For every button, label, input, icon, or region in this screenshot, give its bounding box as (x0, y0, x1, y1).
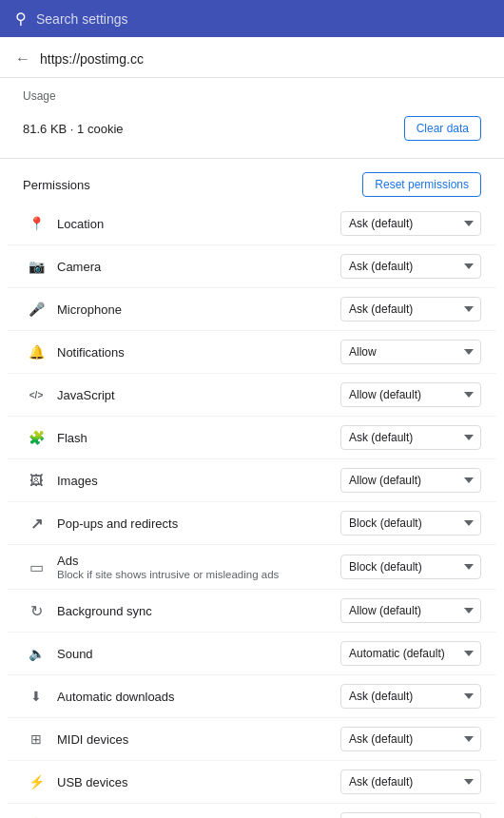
notifications-icon (23, 344, 49, 360)
divider (0, 77, 504, 78)
search-icon: ⚲ (15, 10, 27, 28)
bgsync-label: Background sync (57, 604, 340, 618)
plugin-select[interactable]: Ask (default)AllowBlock (340, 812, 481, 818)
javascript-label: JavaScript (57, 388, 340, 402)
camera-icon (23, 259, 49, 274)
ads-label: Ads (57, 554, 340, 568)
perm-row-javascript: JavaScriptAllow (default)Block (8, 374, 496, 417)
usage-info: 81.6 KB · 1 cookie (23, 122, 124, 136)
search-input[interactable] (36, 11, 489, 27)
location-label: Location (57, 217, 340, 231)
perm-row-popups: Pop-ups and redirectsAllowBlock (default… (8, 502, 496, 545)
midi-label: MIDI devices (57, 732, 340, 747)
site-url: https://postimg.cc (40, 51, 144, 67)
flash-select[interactable]: Ask (default)AllowBlock (340, 425, 481, 450)
location-icon (23, 216, 49, 231)
perm-row-camera: CameraAsk (default)AllowBlock (8, 245, 496, 288)
back-button[interactable]: ← (15, 50, 30, 68)
sound-select[interactable]: Automatic (default)AllowMute (340, 641, 481, 666)
perm-row-images: ImagesAllow (default)Block (8, 459, 496, 502)
nav-row: ← https://postimg.cc (0, 37, 504, 73)
flash-icon (23, 430, 49, 445)
permissions-title: Permissions (23, 178, 90, 192)
microphone-label: Microphone (57, 302, 340, 317)
usage-row: 81.6 KB · 1 cookie Clear data (23, 110, 481, 150)
microphone-icon (23, 302, 49, 317)
permissions-header: Permissions Reset permissions (0, 163, 504, 203)
perm-row-ads: AdsBlock if site shows intrusive or misl… (8, 545, 496, 590)
camera-select[interactable]: Ask (default)AllowBlock (340, 254, 481, 279)
ads-sublabel: Block if site shows intrusive or mislead… (57, 569, 340, 580)
sound-label: Sound (57, 647, 340, 661)
perm-row-bgsync: Background syncAllow (default)Block (8, 590, 496, 633)
notifications-select[interactable]: Ask (default)AllowBlock (340, 340, 481, 364)
usb-label: USB devices (57, 775, 340, 789)
midi-select[interactable]: Ask (default)AllowBlock (340, 727, 481, 751)
usage-title: Usage (23, 89, 481, 103)
usage-section: Usage 81.6 KB · 1 cookie Clear data (0, 82, 504, 154)
perm-row-plugin: Unsandboxed plugin accessAsk (default)Al… (8, 804, 496, 818)
ads-select[interactable]: AllowBlock (default) (340, 555, 481, 579)
location-select[interactable]: Ask (default)AllowBlock (340, 211, 481, 236)
notifications-label: Notifications (57, 345, 340, 360)
perm-row-location: LocationAsk (default)AllowBlock (8, 203, 496, 245)
downloads-label: Automatic downloads (57, 690, 340, 704)
divider2 (0, 158, 504, 159)
images-select[interactable]: Allow (default)Block (340, 468, 481, 493)
perm-row-midi: MIDI devicesAsk (default)AllowBlock (8, 718, 496, 761)
usb-select[interactable]: Ask (default)AllowBlock (340, 769, 481, 794)
bgsync-select[interactable]: Allow (default)Block (340, 598, 481, 623)
microphone-select[interactable]: Ask (default)AllowBlock (340, 297, 481, 321)
popups-icon (23, 515, 49, 533)
sound-icon (23, 646, 49, 661)
perm-row-sound: SoundAutomatic (default)AllowMute (8, 633, 496, 675)
usb-icon (23, 774, 49, 789)
reset-permissions-button[interactable]: Reset permissions (362, 172, 481, 197)
search-bar: ⚲ (0, 0, 504, 37)
perm-row-notifications: NotificationsAsk (default)AllowBlock (8, 331, 496, 374)
perm-row-microphone: MicrophoneAsk (default)AllowBlock (8, 288, 496, 331)
javascript-icon (23, 390, 49, 400)
bgsync-icon (23, 602, 49, 620)
flash-label: Flash (57, 431, 340, 445)
downloads-select[interactable]: Ask (default)AllowBlock (340, 684, 481, 709)
ads-icon (23, 558, 49, 576)
permissions-list: LocationAsk (default)AllowBlockCameraAsk… (0, 203, 504, 818)
camera-label: Camera (57, 260, 340, 274)
clear-data-button[interactable]: Clear data (404, 116, 481, 141)
popups-select[interactable]: AllowBlock (default) (340, 511, 481, 536)
javascript-select[interactable]: Allow (default)Block (340, 382, 481, 407)
perm-row-flash: FlashAsk (default)AllowBlock (8, 417, 496, 459)
perm-row-downloads: Automatic downloadsAsk (default)AllowBlo… (8, 675, 496, 718)
midi-icon (23, 731, 49, 747)
downloads-icon (23, 689, 49, 704)
popups-label: Pop-ups and redirects (57, 516, 340, 531)
images-label: Images (57, 474, 340, 488)
images-icon (23, 473, 49, 488)
perm-row-usb: USB devicesAsk (default)AllowBlock (8, 761, 496, 804)
